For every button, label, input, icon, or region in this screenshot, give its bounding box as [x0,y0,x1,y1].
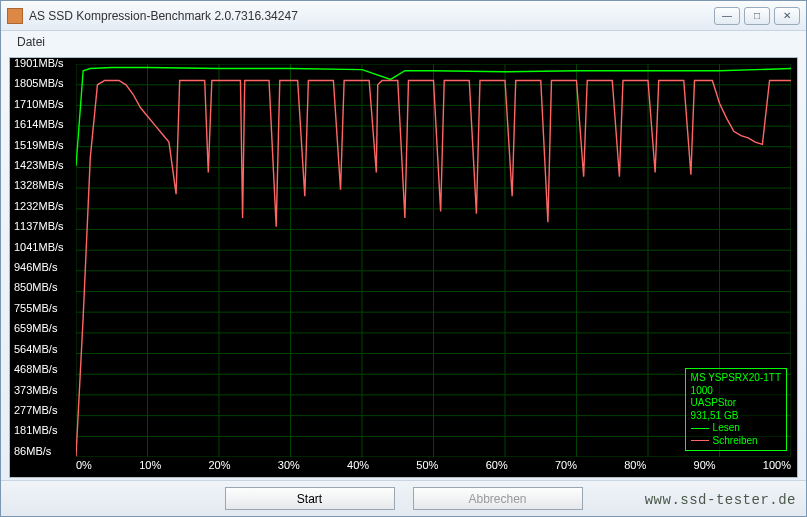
x-tick-label: 40% [347,459,369,475]
app-window: AS SSD Kompression-Benchmark 2.0.7316.34… [0,0,807,517]
y-tick-label: 86MB/s [14,446,76,457]
x-tick-label: 80% [624,459,646,475]
start-button[interactable]: Start [225,487,395,510]
minimize-button[interactable]: — [714,7,740,25]
chart-area: 1901MB/s1805MB/s1710MB/s1614MB/s1519MB/s… [10,58,797,477]
x-tick-label: 90% [694,459,716,475]
app-icon [7,8,23,24]
legend-write-label: Schreiben [713,435,758,448]
y-axis-labels: 1901MB/s1805MB/s1710MB/s1614MB/s1519MB/s… [14,58,76,457]
x-tick-label: 70% [555,459,577,475]
device-line2: 1000 [691,385,781,398]
y-tick-label: 1901MB/s [14,58,76,69]
x-tick-label: 30% [278,459,300,475]
y-tick-label: 1328MB/s [14,180,76,191]
x-tick-label: 20% [208,459,230,475]
x-tick-label: 10% [139,459,161,475]
device-line4: 931,51 GB [691,410,781,423]
legend-read-label: Lesen [713,422,740,435]
device-line1: MS YSPSRX20-1TT [691,372,781,385]
x-tick-label: 0% [76,459,92,475]
x-tick-label: 60% [486,459,508,475]
minimize-icon: — [722,10,732,21]
window-buttons: — □ ✕ [714,7,800,25]
maximize-button[interactable]: □ [744,7,770,25]
y-tick-label: 1519MB/s [14,140,76,151]
y-tick-label: 850MB/s [14,282,76,293]
x-tick-label: 50% [416,459,438,475]
y-tick-label: 1137MB/s [14,221,76,232]
menubar: Datei [1,31,806,53]
y-tick-label: 659MB/s [14,323,76,334]
y-tick-label: 1805MB/s [14,78,76,89]
y-tick-label: 946MB/s [14,262,76,273]
titlebar[interactable]: AS SSD Kompression-Benchmark 2.0.7316.34… [1,1,806,31]
y-tick-label: 1614MB/s [14,119,76,130]
y-tick-label: 373MB/s [14,385,76,396]
y-tick-label: 755MB/s [14,303,76,314]
close-icon: ✕ [783,10,791,21]
x-tick-label: 100% [763,459,791,475]
chart-panel: 1901MB/s1805MB/s1710MB/s1614MB/s1519MB/s… [9,57,798,478]
legend-write: Schreiben [691,435,781,448]
y-tick-label: 468MB/s [14,364,76,375]
y-tick-label: 1232MB/s [14,201,76,212]
y-tick-label: 1423MB/s [14,160,76,171]
x-axis-labels: 0%10%20%30%40%50%60%70%80%90%100% [76,459,791,475]
y-tick-label: 1041MB/s [14,242,76,253]
abort-button: Abbrechen [413,487,583,510]
button-bar: Start Abbrechen www.ssd-tester.de [1,480,806,516]
legend-read: Lesen [691,422,781,435]
menu-file[interactable]: Datei [11,33,51,51]
maximize-icon: □ [754,10,760,21]
y-tick-label: 277MB/s [14,405,76,416]
watermark: www.ssd-tester.de [645,492,796,508]
legend-box: MS YSPSRX20-1TT 1000 UASPStor 931,51 GB … [685,368,787,451]
y-tick-label: 181MB/s [14,425,76,436]
y-tick-label: 1710MB/s [14,99,76,110]
device-line3: UASPStor [691,397,781,410]
window-title: AS SSD Kompression-Benchmark 2.0.7316.34… [29,9,714,23]
y-tick-label: 564MB/s [14,344,76,355]
write-swatch [691,440,709,441]
close-button[interactable]: ✕ [774,7,800,25]
read-swatch [691,428,709,429]
